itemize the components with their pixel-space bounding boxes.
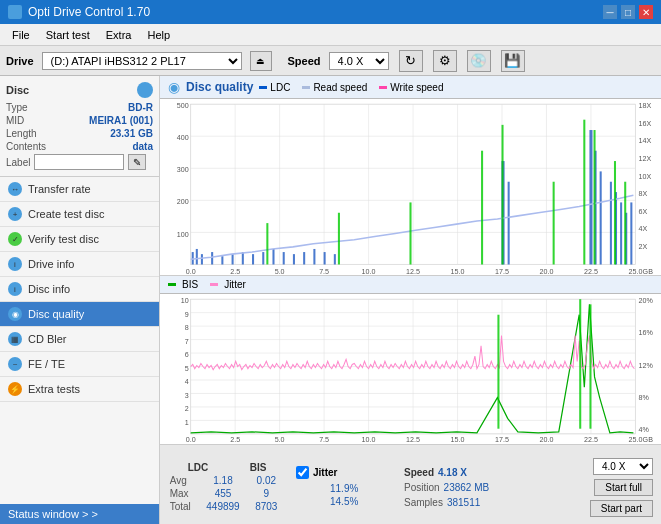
stats-header-row: LDC BIS [168, 462, 288, 473]
svg-text:2: 2 [185, 404, 189, 413]
disc-mid-row: MID MEIRA1 (001) [6, 115, 153, 126]
svg-rect-57 [313, 249, 315, 265]
svg-text:10.0: 10.0 [362, 267, 376, 275]
app-icon [8, 5, 22, 19]
svg-text:5: 5 [185, 363, 189, 372]
sidebar-item-disc-info[interactable]: i Disc info [0, 277, 159, 302]
legend-jitter-lower: Jitter [210, 279, 246, 290]
length-val: 23.31 GB [110, 128, 153, 139]
speed-select[interactable]: 4.0 X [329, 52, 389, 70]
drivebar: Drive (D:) ATAPI iHBS312 2 PL17 ⏏ Speed … [0, 46, 661, 76]
svg-text:4%: 4% [639, 425, 650, 434]
svg-rect-48 [221, 256, 223, 264]
save-button[interactable]: 💾 [501, 50, 525, 72]
svg-text:15.0: 15.0 [451, 267, 465, 275]
jitter-max-label [296, 496, 326, 507]
svg-rect-51 [252, 254, 254, 264]
svg-rect-56 [303, 252, 305, 264]
drive-select[interactable]: (D:) ATAPI iHBS312 2 PL17 [42, 52, 242, 70]
svg-text:8%: 8% [639, 392, 650, 401]
content-title: Disc quality [186, 80, 253, 94]
lower-chart-header: BIS Jitter [160, 276, 661, 294]
svg-rect-58 [324, 252, 326, 264]
start-part-button[interactable]: Start part [590, 500, 653, 517]
speed-select-stats[interactable]: 4.0 X [593, 458, 653, 475]
start-full-button[interactable]: Start full [594, 479, 653, 496]
svg-text:20%: 20% [639, 296, 654, 305]
svg-rect-52 [262, 252, 264, 264]
minimize-button[interactable]: ─ [603, 5, 617, 19]
svg-rect-75 [553, 182, 555, 265]
sidebar-item-create-test-disc[interactable]: + Create test disc [0, 202, 159, 227]
position-row: Position 23862 MB [404, 482, 514, 493]
menu-start-test[interactable]: Start test [38, 27, 98, 43]
titlebar-controls: ─ □ ✕ [603, 5, 653, 19]
svg-rect-69 [630, 202, 632, 264]
disc-quality-icon: ◉ [8, 307, 22, 321]
menu-file[interactable]: File [4, 27, 38, 43]
legend-read: Read speed [302, 82, 367, 93]
svg-rect-65 [610, 182, 612, 265]
speed-stat-label: Speed [404, 467, 434, 478]
menu-help[interactable]: Help [139, 27, 178, 43]
svg-text:5.0: 5.0 [275, 435, 285, 444]
samples-label: Samples [404, 497, 443, 508]
sidebar-item-disc-quality[interactable]: ◉ Disc quality [0, 302, 159, 327]
nav-label-disc-info: Disc info [28, 283, 70, 295]
settings-button[interactable]: ⚙ [433, 50, 457, 72]
cd-bler-icon: ▦ [8, 332, 22, 346]
jitter-avg: 11.9% [330, 483, 358, 494]
menu-extra[interactable]: Extra [98, 27, 140, 43]
status-window[interactable]: Status window > > [0, 504, 159, 524]
jitter-checkbox[interactable] [296, 466, 309, 479]
disc-panel: Disc Type BD-R MID MEIRA1 (001) Length 2… [0, 76, 159, 177]
legend-bis-lower: BIS [168, 279, 198, 290]
max-label: Max [170, 488, 200, 499]
svg-text:20.0: 20.0 [540, 435, 554, 444]
disc-label-input[interactable] [34, 154, 124, 170]
transfer-rate-icon: ↔ [8, 182, 22, 196]
svg-rect-77 [594, 130, 596, 264]
svg-rect-55 [293, 254, 295, 264]
disc-button[interactable]: 💿 [467, 50, 491, 72]
sidebar-item-drive-info[interactable]: i Drive info [0, 252, 159, 277]
svg-rect-59 [334, 254, 336, 264]
drive-label: Drive [6, 55, 34, 67]
svg-rect-64 [600, 171, 602, 264]
sidebar-item-cd-bler[interactable]: ▦ CD Bler [0, 327, 159, 352]
svg-text:500: 500 [177, 101, 189, 110]
svg-rect-54 [283, 252, 285, 264]
close-button[interactable]: ✕ [639, 5, 653, 19]
max-bis: 9 [246, 488, 286, 499]
svg-rect-67 [620, 202, 622, 264]
eject-button[interactable]: ⏏ [250, 51, 272, 71]
titlebar: Opti Drive Control 1.70 ─ □ ✕ [0, 0, 661, 24]
sidebar-item-transfer-rate[interactable]: ↔ Transfer rate [0, 177, 159, 202]
sidebar-item-extra-tests[interactable]: ⚡ Extra tests [0, 377, 159, 402]
svg-rect-78 [614, 161, 616, 264]
svg-text:2.5: 2.5 [230, 435, 240, 444]
svg-text:7.5: 7.5 [319, 267, 329, 275]
legend: LDC Read speed Write speed [259, 82, 443, 93]
svg-text:GB: GB [643, 267, 654, 275]
ldc-dot [259, 86, 267, 89]
speed-row: Speed 4.18 X [404, 467, 514, 478]
svg-text:0.0: 0.0 [186, 435, 196, 444]
refresh-button[interactable]: ↻ [399, 50, 423, 72]
svg-text:10X: 10X [639, 172, 652, 181]
lower-chart: 10 9 8 7 6 5 4 3 2 1 20% 16% 12% 8% 4% [160, 294, 661, 444]
disc-label-btn[interactable]: ✎ [128, 154, 146, 170]
create-test-disc-icon: + [8, 207, 22, 221]
svg-rect-73 [481, 151, 483, 265]
svg-text:10.0: 10.0 [362, 435, 376, 444]
sidebar-item-verify-test-disc[interactable]: ✓ Verify test disc [0, 227, 159, 252]
maximize-button[interactable]: □ [621, 5, 635, 19]
svg-rect-71 [338, 213, 340, 265]
menubar: File Start test Extra Help [0, 24, 661, 46]
stats-total-row: Total 449899 8703 [168, 501, 288, 512]
speed-position-col: Speed 4.18 X Position 23862 MB Samples 3… [404, 467, 514, 508]
svg-text:17.5: 17.5 [495, 435, 509, 444]
verify-test-disc-icon: ✓ [8, 232, 22, 246]
stats-jitter-col: Jitter 11.9% 14.5% [296, 466, 396, 509]
sidebar-item-fe-te[interactable]: ~ FE / TE [0, 352, 159, 377]
